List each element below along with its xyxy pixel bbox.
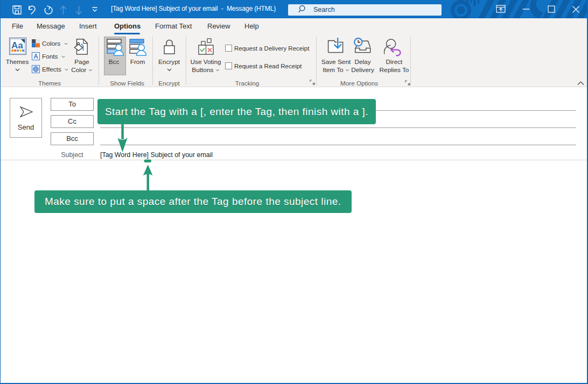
svg-text:A: A bbox=[33, 53, 38, 60]
svg-text:Aa: Aa bbox=[11, 40, 23, 51]
